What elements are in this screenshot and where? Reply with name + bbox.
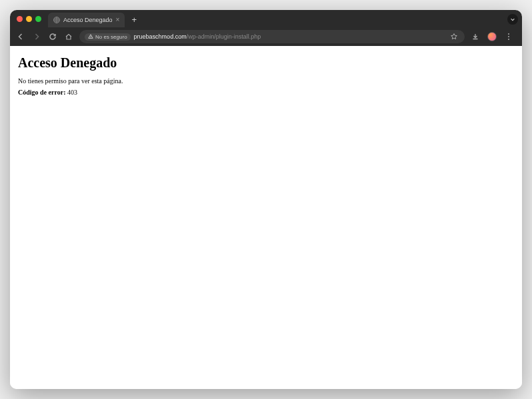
home-button[interactable] (63, 31, 74, 42)
new-tab-button[interactable]: + (127, 15, 141, 24)
toolbar-right (470, 31, 517, 42)
kebab-icon (508, 33, 509, 40)
page-content: Acceso Denegado No tienes permiso para v… (10, 46, 522, 389)
url-path: /wp-admin/plugin-install.php (187, 33, 261, 40)
address-bar[interactable]: No es seguro pruebaschmod.com/wp-admin/p… (79, 30, 465, 43)
close-window-button[interactable] (17, 16, 23, 22)
downloads-button[interactable] (470, 31, 481, 42)
globe-icon (53, 17, 60, 23)
url-text: pruebaschmod.com/wp-admin/plugin-install… (134, 33, 445, 40)
window-controls (14, 16, 45, 22)
menu-button[interactable] (503, 31, 514, 42)
browser-chrome: Acceso Denegado × + No es seguro (10, 10, 522, 46)
forward-button[interactable] (31, 31, 42, 42)
error-line: Código de error: 403 (18, 89, 514, 96)
security-label: No es seguro (95, 34, 127, 40)
browser-tab[interactable]: Acceso Denegado × (48, 13, 125, 27)
error-label: Código de error: (18, 89, 65, 96)
tab-strip: Acceso Denegado × + (10, 10, 522, 27)
tab-title: Acceso Denegado (63, 17, 113, 23)
page-heading: Acceso Denegado (18, 55, 514, 71)
security-indicator[interactable]: No es seguro (85, 33, 131, 41)
profile-avatar[interactable] (487, 32, 497, 41)
back-button[interactable] (15, 31, 26, 42)
url-domain: pruebaschmod.com (134, 33, 187, 40)
close-tab-button[interactable]: × (116, 17, 120, 23)
window-dropdown-button[interactable] (507, 14, 518, 25)
minimize-window-button[interactable] (26, 16, 32, 22)
toolbar: No es seguro pruebaschmod.com/wp-admin/p… (10, 27, 522, 46)
bookmark-button[interactable] (449, 31, 459, 42)
reload-button[interactable] (47, 31, 58, 42)
error-code: 403 (67, 89, 77, 96)
maximize-window-button[interactable] (35, 16, 41, 22)
browser-window: Acceso Denegado × + No es seguro (10, 10, 522, 389)
warning-icon (88, 34, 93, 39)
page-message: No tienes permiso para ver esta página. (18, 77, 514, 85)
